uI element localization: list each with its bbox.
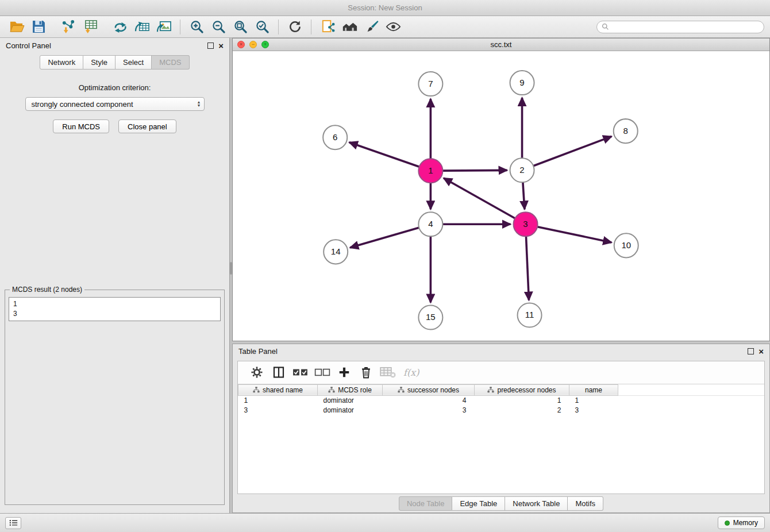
search-input[interactable] [612, 23, 759, 31]
graph-edge-1-6[interactable] [349, 142, 419, 167]
node-table-scroll[interactable]: shared nameMCDS rolesuccessor nodesprede… [238, 384, 764, 494]
cell-shared-name[interactable]: 1 [238, 395, 318, 405]
table-tabs-row: Node TableEdge TableNetwork TableMotifs [233, 494, 769, 512]
add-column-icon[interactable] [334, 363, 354, 381]
zoom-fit-icon[interactable] [229, 18, 251, 36]
cell-shared-name[interactable]: 3 [238, 405, 318, 415]
graph-node-6[interactable]: 6 [323, 125, 347, 149]
graph-node-15[interactable]: 15 [418, 305, 442, 329]
zoom-window-icon[interactable]: + [261, 41, 269, 48]
zoom-out-icon[interactable] [207, 18, 229, 36]
cell-successor-nodes[interactable]: 4 [383, 395, 475, 405]
zoom-selected-icon[interactable] [251, 18, 273, 36]
gear-icon[interactable] [247, 363, 267, 381]
graph-node-3[interactable]: 3 [514, 212, 538, 236]
select-all-icon[interactable] [291, 363, 310, 381]
close-window-icon[interactable]: × [237, 41, 245, 48]
split-column-icon[interactable] [269, 363, 288, 381]
graph-node-label: 4 [428, 219, 433, 229]
minimize-window-icon[interactable]: − [249, 41, 257, 48]
tab-edge-table[interactable]: Edge Table [452, 496, 505, 511]
close-panel-icon[interactable]: × [218, 43, 224, 49]
run-mcds-button[interactable]: Run MCDS [53, 119, 109, 133]
criterion-dropdown[interactable]: strongly connected component ▲▼ [25, 97, 205, 111]
graph-edge-1-2[interactable] [442, 170, 507, 171]
graph-node-label: 10 [621, 240, 631, 250]
graph-node-4[interactable]: 4 [418, 212, 442, 236]
float-table-panel-icon[interactable] [748, 348, 754, 354]
mcds-result-list[interactable]: 13 [9, 297, 221, 321]
graph-node-11[interactable]: 11 [518, 303, 542, 327]
cell-successor-nodes[interactable]: 3 [383, 405, 475, 415]
network-window: × − + scc.txt 7968124310141511 [232, 38, 770, 341]
graph-node-14[interactable]: 14 [324, 240, 348, 264]
task-history-button[interactable] [5, 517, 21, 529]
tab-mcds[interactable]: MCDS [152, 55, 189, 70]
network-graph[interactable]: 7968124310141511 [233, 51, 769, 341]
graph-edge-2-3[interactable] [523, 182, 525, 209]
graph-node-10[interactable]: 10 [614, 233, 638, 257]
zoom-in-icon[interactable] [186, 18, 207, 36]
refresh-icon[interactable] [284, 18, 306, 36]
column-header-successor-nodes[interactable]: successor nodes [383, 384, 475, 395]
cell-mcds-role[interactable]: dominator [318, 405, 383, 415]
column-header-name[interactable]: name [569, 384, 618, 395]
network-window-titlebar[interactable]: × − + scc.txt [233, 38, 769, 51]
main-area: Control Panel × NetworkStyleSelectMCDS O… [0, 38, 770, 513]
close-table-panel-icon[interactable]: × [759, 348, 764, 354]
memory-button[interactable]: Memory [718, 516, 765, 529]
cell-predecessor-nodes[interactable]: 1 [475, 395, 569, 405]
column-tree-icon [487, 387, 494, 393]
cell-name[interactable]: 1 [569, 395, 618, 405]
right-column: × − + scc.txt 7968124310141511 Table Pan… [232, 38, 770, 513]
graph-edge-3-11[interactable] [526, 236, 529, 300]
import-table-icon[interactable] [79, 18, 101, 36]
tab-node-table[interactable]: Node Table [399, 496, 453, 511]
mcds-button-row: Run MCDS Close panel [0, 119, 229, 133]
cell-predecessor-nodes[interactable]: 2 [475, 405, 569, 415]
tab-network-table[interactable]: Network Table [505, 496, 568, 511]
delete-column-icon[interactable] [356, 363, 376, 381]
cell-mcds-role[interactable]: dominator [318, 395, 383, 405]
import-network-icon[interactable] [57, 18, 79, 36]
column-header-predecessor-nodes[interactable]: predecessor nodes [475, 384, 569, 395]
tab-motifs[interactable]: Motifs [568, 496, 603, 511]
graph-node-8[interactable]: 8 [614, 119, 638, 143]
float-panel-icon[interactable] [207, 43, 214, 49]
graph-edge-4-14[interactable] [350, 228, 419, 248]
graph-edge-3-1[interactable] [444, 178, 515, 218]
panel-splitter[interactable] [230, 38, 232, 513]
tab-style[interactable]: Style [83, 55, 116, 70]
search-field[interactable] [596, 21, 764, 33]
save-session-icon[interactable] [28, 18, 49, 36]
graph-node-1[interactable]: 1 [418, 159, 442, 183]
graph-edge-2-8[interactable] [533, 136, 611, 165]
column-header-label: MCDS role [338, 386, 372, 394]
new-network-icon[interactable] [109, 18, 131, 36]
tab-network[interactable]: Network [40, 55, 83, 70]
cell-name[interactable]: 3 [569, 405, 618, 415]
graph-node-7[interactable]: 7 [418, 72, 442, 96]
graph-node-2[interactable]: 2 [510, 158, 534, 182]
show-graphics-icon[interactable] [382, 18, 404, 36]
splitter-grip[interactable] [230, 262, 232, 275]
table-row[interactable]: 1dominator411 [238, 395, 765, 405]
column-header-shared-name[interactable]: shared name [238, 384, 318, 395]
close-panel-button[interactable]: Close panel [118, 119, 176, 133]
table-panel: Table Panel × f(x) shared nameMCDS roles… [232, 344, 770, 513]
network-from-table-icon[interactable] [131, 18, 153, 36]
graph-node-9[interactable]: 9 [510, 71, 534, 95]
network-canvas[interactable]: 7968124310141511 [233, 51, 769, 341]
tab-select[interactable]: Select [116, 55, 152, 70]
export-image-icon[interactable] [153, 18, 175, 36]
apply-style-icon[interactable] [360, 18, 382, 36]
home-icon[interactable] [338, 18, 360, 36]
column-header-mcds-role[interactable]: MCDS role [318, 384, 383, 395]
graph-edge-3-10[interactable] [537, 227, 611, 242]
open-file-icon[interactable] [6, 18, 28, 36]
open-in-new-icon[interactable] [317, 18, 338, 36]
chevron-up-down-icon: ▲▼ [197, 101, 201, 107]
graph-node-label: 11 [525, 310, 534, 319]
unselect-all-icon[interactable] [313, 363, 332, 381]
table-row[interactable]: 3dominator323 [238, 405, 765, 415]
